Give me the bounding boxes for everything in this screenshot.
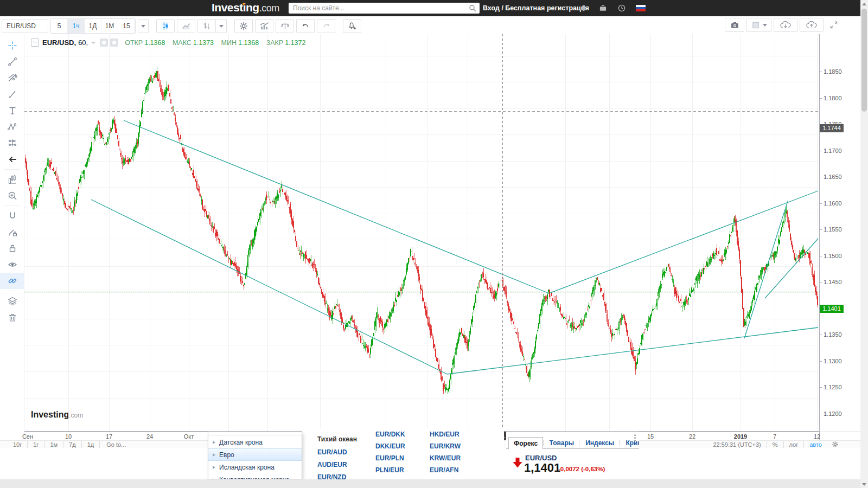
axis-settings-button[interactable] — [832, 441, 839, 448]
percent-scale-button[interactable]: % — [767, 441, 783, 448]
pair-link-EUR-KRW[interactable]: EUR/KRW — [430, 442, 461, 450]
quotes-tab-Индексы[interactable]: Индексы — [580, 437, 619, 449]
quotes-tab-Товары[interactable]: Товары — [545, 437, 579, 449]
range-button-1д[interactable]: 1д — [82, 441, 100, 448]
bottom-bar-right: 22:59:31 (UTC+3) % лог авто — [707, 441, 839, 448]
scroll-down-button[interactable] — [860, 480, 868, 488]
cloud-upload-icon — [806, 20, 818, 30]
currency-menu-item[interactable]: Датская крона — [208, 436, 302, 448]
stay-in-drawing-mode-tool[interactable] — [0, 224, 24, 240]
fibonacci-icon — [7, 73, 18, 84]
scroll-up-button[interactable] — [860, 0, 868, 8]
pair-link-EUR-PLN[interactable]: EUR/PLN — [375, 454, 404, 462]
pair-link-DKK-EUR[interactable]: DKK/EUR — [375, 442, 405, 450]
page-scrollbar[interactable] — [860, 0, 868, 488]
legend-caret-icon[interactable] — [91, 42, 95, 44]
xabcd-pattern-tool[interactable] — [0, 119, 24, 135]
auto-scale-button[interactable]: авто — [803, 441, 827, 448]
chart-settings-button[interactable] — [234, 19, 253, 33]
area-style-button[interactable] — [177, 19, 195, 33]
range-button-7д[interactable]: 7д — [63, 441, 82, 448]
tools-divider — [4, 206, 20, 206]
chart-toolbar: EUR/USD 51ч1Д1М15 — [0, 18, 860, 34]
quotes-tab-Форекс[interactable]: Форекс — [508, 437, 543, 450]
hide-all-drawings-tool[interactable] — [0, 256, 24, 273]
interval-dropdown-button[interactable] — [138, 19, 149, 33]
scales-icon — [280, 21, 290, 31]
range-button-1м[interactable]: 1м — [44, 441, 63, 448]
range-button-10г[interactable]: 10г — [8, 441, 28, 448]
goto-date-button[interactable]: Go to... — [100, 441, 132, 448]
time-tick-label: 12 — [814, 433, 820, 440]
legend-style-icon[interactable] — [100, 38, 108, 47]
pair-link-KRW-EUR[interactable]: KRW/EUR — [430, 454, 461, 462]
candlestick-style-button[interactable] — [156, 19, 175, 33]
pair-link-HKD-EUR[interactable]: HKD/EUR — [430, 431, 459, 438]
interval-button-1Д[interactable]: 1Д — [85, 19, 101, 33]
text-tool[interactable] — [0, 102, 24, 119]
site-logo-suffix: .com — [259, 3, 279, 14]
pair-link-EUR-AFN[interactable]: EUR/AFN — [430, 466, 458, 474]
save-chart-button[interactable] — [800, 18, 824, 32]
pair-link-EUR-DKK[interactable]: EUR/DKK — [375, 431, 405, 438]
object-tree-tool[interactable] — [0, 293, 24, 309]
legend-settings-icon[interactable] — [110, 38, 118, 47]
legend-collapse-icon[interactable] — [31, 38, 39, 47]
candlestick-plot[interactable] — [24, 34, 819, 431]
legend-symbol[interactable]: EUR/USD, — [42, 38, 76, 47]
snapshot-button[interactable] — [725, 18, 744, 32]
alert-button[interactable] — [343, 19, 361, 33]
chart-plot-area[interactable]: Investing.com EUR/USD, 60, ОТКР1.1368 МА… — [24, 34, 819, 431]
trend-line-tool[interactable] — [0, 54, 24, 70]
undo-button[interactable] — [296, 19, 315, 33]
range-button-1г[interactable]: 1г — [28, 441, 44, 448]
crosshair-icon — [7, 40, 18, 51]
bars-style-button[interactable] — [197, 19, 216, 33]
indicators-button[interactable] — [255, 19, 273, 33]
sync-drawings-tool[interactable] — [0, 273, 24, 289]
scrollbar-thumb[interactable] — [861, 9, 867, 112]
load-chart-button[interactable] — [774, 18, 797, 32]
recent-quotes-clock-icon[interactable] — [616, 3, 627, 14]
portfolio-briefcase-icon[interactable] — [597, 3, 608, 14]
interval-button-5[interactable]: 5 — [51, 19, 68, 33]
currency-menu-item[interactable]: Евро — [208, 448, 302, 461]
zoom-in-tool[interactable] — [0, 188, 24, 204]
log-scale-button[interactable]: лог — [783, 441, 804, 448]
magnet-tool[interactable] — [0, 208, 24, 224]
language-flag-icon[interactable] — [635, 3, 646, 14]
redo-button[interactable] — [317, 19, 335, 33]
style-dropdown-button[interactable] — [216, 19, 227, 33]
interval-button-15[interactable]: 15 — [118, 19, 135, 33]
interval-button-1М[interactable]: 1М — [101, 19, 118, 33]
more-options-icon[interactable] — [633, 433, 637, 442]
remove-drawings-tool[interactable] — [0, 309, 24, 325]
auth-link[interactable]: Вход / Бесплатная регистрация — [483, 4, 589, 12]
fullscreen-button[interactable] — [826, 18, 842, 32]
site-logo[interactable]: Investing.com — [212, 1, 279, 14]
pair-link-EUR-NZD[interactable]: EUR/NZD — [317, 473, 346, 479]
layout-button[interactable] — [746, 18, 771, 32]
compare-button[interactable] — [276, 19, 294, 33]
pair-link-PLN-EUR[interactable]: PLN/EUR — [375, 466, 404, 474]
crosshair-cursor-tool[interactable] — [0, 37, 24, 54]
currency-menu-item[interactable]: Исландская крона — [208, 461, 302, 473]
pair-link-AUD-EUR[interactable]: AUD/EUR — [317, 461, 347, 468]
search-icon[interactable] — [469, 4, 476, 12]
time-tick-label: 2019 — [734, 433, 747, 440]
lock-all-drawings-tool[interactable] — [0, 240, 24, 256]
pair-link-EUR-AUD[interactable]: EUR/AUD — [317, 448, 347, 456]
interval-button-1ч[interactable]: 1ч — [68, 19, 85, 33]
brush-tool[interactable] — [0, 86, 24, 102]
search-input[interactable] — [292, 4, 469, 12]
price-axis[interactable]: 1.18501.18001.17501.17001.16501.16001.15… — [819, 34, 861, 440]
gear-icon — [832, 441, 839, 448]
hide-panel-arrow-tool[interactable] — [0, 151, 24, 168]
notifications-bell-icon[interactable] — [578, 3, 589, 14]
symbol-field[interactable]: EUR/USD — [2, 19, 48, 33]
gann-fibonacci-tool[interactable] — [0, 70, 24, 86]
bars-pattern-tool[interactable] — [0, 171, 24, 188]
currency-menu-item[interactable]: Конвертируемая марка — [208, 473, 302, 479]
toolbar-right-group — [723, 18, 842, 32]
forecast-tool[interactable] — [0, 135, 24, 151]
